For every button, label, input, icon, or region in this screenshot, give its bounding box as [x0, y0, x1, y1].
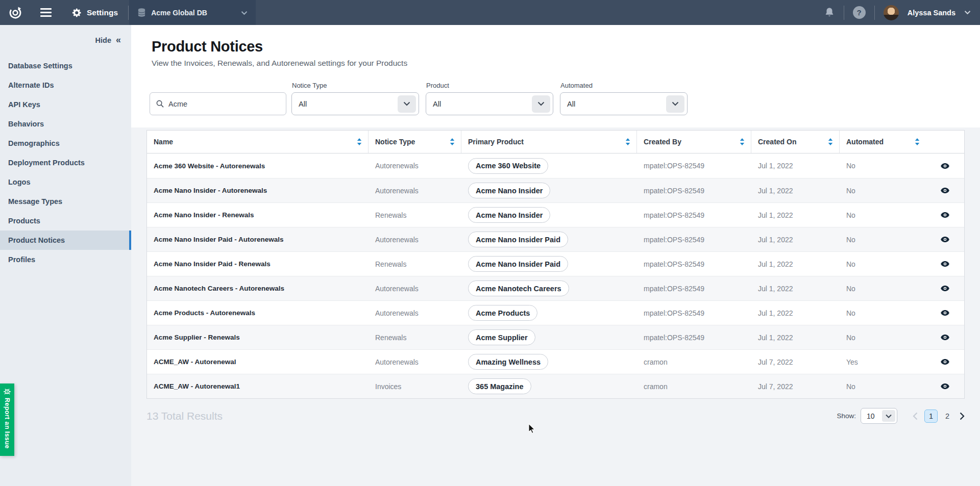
product-chip[interactable]: Acme Nano Insider Paid [468, 256, 568, 272]
page-header: Product Notices View the Invoices, Renew… [131, 25, 980, 127]
next-page-icon[interactable] [960, 412, 965, 420]
column-header-primary-product[interactable]: Primary Product [461, 131, 637, 153]
help-icon[interactable]: ? [853, 6, 866, 19]
cell-primary-product: Acme Nano Insider Paid [461, 252, 637, 276]
table-row[interactable]: Acme Nano Insider - Renewals Renewals Ac… [147, 202, 964, 227]
sort-icon[interactable] [357, 138, 362, 145]
column-header-name[interactable]: Name [147, 131, 369, 153]
table-row[interactable]: Acme Nano Insider Paid - Autorenewals Au… [147, 227, 964, 251]
product-chip[interactable]: Acme Nano Insider [468, 207, 550, 223]
sidebar-item-products[interactable]: Products [0, 211, 131, 231]
user-avatar[interactable] [884, 5, 899, 20]
column-header-notice-type[interactable]: Notice Type [369, 131, 461, 153]
sidebar-item-database-settings[interactable]: Database Settings [0, 56, 131, 75]
table-row[interactable]: Acme Supplier - Renewals Renewals Acme S… [147, 325, 964, 349]
page-2-button[interactable]: 2 [941, 410, 954, 423]
table-row[interactable]: Acme Products - Autorenewals Autorenewal… [147, 300, 964, 325]
cell-automated: No [840, 252, 926, 276]
cell-created-by: mpatel:OPS-82549 [637, 325, 751, 349]
product-chip[interactable]: Acme Nano Insider Paid [468, 232, 568, 247]
layout: Hide« Database SettingsAlternate IDsAPI … [0, 25, 980, 486]
product-chip[interactable]: 365 Magazine [468, 378, 531, 394]
cell-name: Acme Nano Insider Paid - Renewals [147, 252, 369, 276]
sidebar-collapse-button[interactable]: Hide« [0, 25, 131, 52]
cell-automated: No [840, 374, 926, 398]
sidebar-item-behaviors[interactable]: Behaviors [0, 114, 131, 134]
sidebar-item-message-types[interactable]: Message Types [0, 192, 131, 211]
sort-icon[interactable] [625, 138, 630, 145]
filter-select-automated[interactable]: All [560, 92, 688, 115]
column-header-label: Created On [758, 138, 796, 146]
notification-bell-icon[interactable] [824, 7, 835, 19]
table-row[interactable]: Acme Nanotech Careers - Autorenewals Aut… [147, 276, 964, 300]
column-header-created-on[interactable]: Created On [751, 131, 840, 153]
product-chip[interactable]: Acme Supplier [468, 329, 535, 345]
cell-primary-product: 365 Magazine [461, 374, 637, 398]
table-row[interactable]: Acme Nano Insider Paid - Renewals Renewa… [147, 251, 964, 276]
cell-notice-type: Autorenewals [369, 276, 461, 300]
view-eye-icon[interactable] [940, 210, 950, 220]
view-eye-icon[interactable] [940, 161, 950, 171]
filter-select-notice-type[interactable]: All [291, 92, 419, 115]
prev-page-icon[interactable] [913, 412, 918, 420]
report-issue-button[interactable]: Report an Issue [0, 383, 14, 456]
view-eye-icon[interactable] [940, 357, 950, 367]
product-chip[interactable]: Acme 360 Website [468, 158, 548, 174]
product-chip[interactable]: Acme Products [468, 305, 537, 321]
sidebar-item-demographics[interactable]: Demographics [0, 134, 131, 153]
sort-icon[interactable] [740, 138, 745, 145]
page-1-button[interactable]: 1 [924, 410, 938, 423]
chevron-down-icon[interactable] [964, 10, 971, 15]
page-size-select[interactable]: 10 [861, 408, 897, 424]
column-header-created-by[interactable]: Created By [637, 131, 751, 153]
sidebar-item-logos[interactable]: Logos [0, 172, 131, 192]
cell-automated: No [840, 227, 926, 251]
table-row[interactable]: ACME_AW - Autorenewal Autorenewals Amazi… [147, 349, 964, 374]
view-eye-icon[interactable] [940, 381, 950, 391]
cell-actions [926, 227, 964, 251]
filter-select-product[interactable]: All [426, 92, 553, 115]
topbar-divider [128, 6, 129, 20]
view-eye-icon[interactable] [940, 284, 950, 293]
sidebar-item-product-notices[interactable]: Product Notices [0, 231, 131, 250]
cell-created-by: mpatel:OPS-82549 [637, 178, 751, 202]
table-row[interactable]: Acme 360 Website - Autorenewals Autorene… [147, 154, 964, 178]
sidebar-item-api-keys[interactable]: API Keys [0, 95, 131, 114]
table-row[interactable]: Acme Nano Insider - Autorenewals Autoren… [147, 178, 964, 202]
topbar-divider [874, 6, 875, 20]
filter-select-value: All [299, 100, 307, 108]
cell-actions [926, 325, 964, 349]
app-logo-icon[interactable] [9, 6, 22, 19]
cell-notice-type: Renewals [369, 203, 461, 227]
user-name[interactable]: Alyssa Sands [908, 9, 955, 17]
sidebar-item-profiles[interactable]: Profiles [0, 250, 131, 269]
view-eye-icon[interactable] [940, 308, 950, 318]
database-selector-dropdown[interactable]: Acme Global DB [129, 0, 256, 25]
product-chip[interactable]: Acme Nano Insider [468, 183, 550, 198]
table-row[interactable]: ACME_AW - Autorenewal1 Invoices 365 Maga… [147, 374, 964, 398]
sort-icon[interactable] [450, 138, 455, 145]
cell-created-by: mpatel:OPS-82549 [637, 252, 751, 276]
product-chip[interactable]: Acme Nanotech Careers [468, 280, 569, 296]
filter-select-value: All [567, 100, 575, 108]
chevron-down-icon [882, 410, 895, 422]
cell-created-by: mpatel:OPS-82549 [637, 203, 751, 227]
view-eye-icon[interactable] [940, 259, 950, 269]
settings-nav[interactable]: Settings [72, 8, 118, 18]
cell-created-on: Jul 1, 2022 [751, 276, 840, 300]
sort-icon[interactable] [915, 138, 920, 145]
cell-notice-type: Autorenewals [369, 227, 461, 251]
view-eye-icon[interactable] [940, 332, 950, 342]
view-eye-icon[interactable] [940, 235, 950, 244]
sidebar-item-deployment-products[interactable]: Deployment Products [0, 153, 131, 172]
table-body: Acme 360 Website - Autorenewals Autorene… [147, 154, 964, 398]
sidebar-item-alternate-ids[interactable]: Alternate IDs [0, 75, 131, 95]
menu-icon[interactable] [40, 8, 52, 17]
search-input[interactable] [168, 100, 271, 108]
view-eye-icon[interactable] [940, 186, 950, 195]
sort-icon[interactable] [828, 138, 833, 145]
product-chip[interactable]: Amazing Wellness [468, 354, 548, 370]
cell-created-by: mpatel:OPS-82549 [637, 276, 751, 300]
column-header-automated[interactable]: Automated [840, 131, 926, 153]
settings-title: Settings [87, 8, 118, 17]
